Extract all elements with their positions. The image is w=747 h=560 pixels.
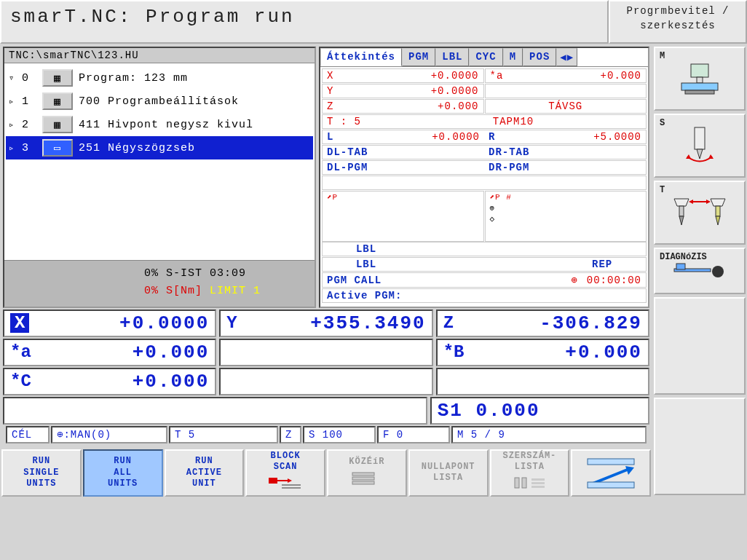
svg-point-36 [712, 266, 724, 277]
tree-icon: ▦ [42, 92, 73, 110]
tree-row-1[interactable]: ▹1▦700 Programbeállítások [6, 90, 313, 113]
dro-Z: Z-306.829 [436, 309, 649, 337]
softkey-1[interactable]: RUNALLUNITS [83, 449, 163, 497]
tree-row-2[interactable]: ▹2▦411 Hivpont negysz kivul [6, 113, 313, 136]
tree-row-0[interactable]: ▿0▦Program: 123 mm [6, 66, 313, 90]
tab-áttekintés[interactable]: Áttekintés [320, 48, 402, 66]
dro-X: X+0.0000 [3, 309, 216, 337]
svg-rect-11 [531, 482, 545, 484]
machine-icon [658, 51, 741, 106]
dro-display: X+0.0000Y+355.3490Z-306.829 *a+0.000*B+0… [0, 308, 652, 448]
svg-marker-32 [689, 200, 693, 204]
diagnosis-button[interactable]: DIAGNóZIS [654, 248, 746, 294]
softkey-7[interactable] [571, 449, 651, 497]
tab-lbl[interactable]: LBL [435, 48, 469, 66]
svg-rect-12 [531, 486, 545, 488]
svg-rect-21 [695, 127, 705, 149]
svg-rect-6 [352, 477, 374, 480]
svg-marker-30 [716, 216, 720, 225]
tab-pgm[interactable]: PGM [402, 48, 435, 66]
tree-icon: ▦ [42, 116, 73, 133]
svg-rect-0 [269, 478, 277, 484]
program-tree[interactable]: ▿0▦Program: 123 mm▹1▦700 Programbeállítá… [4, 63, 315, 260]
svg-rect-8 [515, 478, 519, 488]
softkey-3[interactable]: BLOCKSCAN [245, 449, 325, 497]
svg-line-14 [593, 469, 629, 484]
tree-row-3[interactable]: ▹3▭251 Négyszögzseb [6, 136, 313, 159]
svg-marker-25 [674, 199, 689, 206]
info-panel: ÁttekintésPGMLBLCYCMPOS◀▶ X+0.0000 Y+0.0… [319, 47, 649, 308]
tab-m[interactable]: M [503, 48, 523, 66]
svg-rect-16 [588, 482, 634, 488]
svg-rect-18 [697, 77, 703, 83]
svg-rect-7 [352, 481, 374, 484]
mode-button[interactable]: Progrmbevitel / szerkesztés [609, 0, 747, 44]
dro- [219, 339, 432, 366]
tab-pos[interactable]: POS [523, 48, 556, 66]
program-tree-panel: TNC:\smarTNC\123.HU ▿0▦Program: 123 mm▹1… [3, 47, 316, 308]
softkey-0[interactable]: RUNSINGLEUNITS [1, 449, 82, 497]
tab-cyc[interactable]: CYC [469, 48, 502, 66]
svg-rect-29 [716, 206, 720, 216]
svg-rect-9 [522, 478, 526, 488]
page-title: smarT.NC: Program run [0, 0, 609, 44]
svg-rect-10 [531, 478, 545, 481]
sidebar-blank-2[interactable] [654, 398, 746, 495]
svg-rect-35 [676, 264, 685, 269]
svg-marker-27 [679, 216, 684, 225]
spindle-icon [658, 118, 741, 173]
tool-icon [658, 185, 741, 240]
dro-*B: *B+0.000 [436, 339, 649, 366]
dro-*a: *a+0.000 [3, 339, 216, 366]
tree-icon: ▭ [42, 139, 73, 157]
svg-marker-22 [697, 149, 703, 159]
svg-rect-13 [588, 459, 634, 465]
tab-scroll-icon[interactable]: ◀▶ [556, 48, 577, 66]
svg-rect-20 [685, 90, 714, 94]
dro-Y: Y+355.3490 [219, 309, 432, 337]
s-spindle-button[interactable]: S [654, 114, 746, 178]
svg-rect-26 [679, 206, 684, 216]
svg-rect-19 [681, 83, 718, 90]
tree-icon: ▦ [42, 69, 73, 87]
svg-marker-24 [708, 154, 714, 159]
sidebar-blank-1[interactable] [654, 297, 746, 395]
svg-marker-2 [288, 478, 292, 483]
status-panel: 0% S-IST 03:09 0% S[Nm] LIMIT 1 [4, 260, 315, 307]
svg-marker-23 [686, 154, 691, 159]
softkey-5[interactable]: NULLAPONTLISTA [408, 449, 489, 497]
svg-marker-28 [711, 199, 725, 206]
info-tabs[interactable]: ÁttekintésPGMLBLCYCMPOS◀▶ [320, 48, 648, 67]
m-axis-button[interactable]: M [654, 47, 746, 111]
svg-rect-17 [691, 64, 708, 77]
file-path: TNC:\smarTNC\123.HU [4, 48, 315, 63]
svg-rect-5 [352, 473, 374, 476]
svg-marker-33 [706, 200, 711, 204]
softkey-6[interactable]: SZERSZÁM-LISTA [490, 449, 570, 497]
softkey-2[interactable]: RUNACTIVEUNIT [165, 449, 245, 497]
softkey-4[interactable]: KÖZÉíR [327, 449, 407, 497]
t-tool-button[interactable]: T [654, 181, 746, 245]
